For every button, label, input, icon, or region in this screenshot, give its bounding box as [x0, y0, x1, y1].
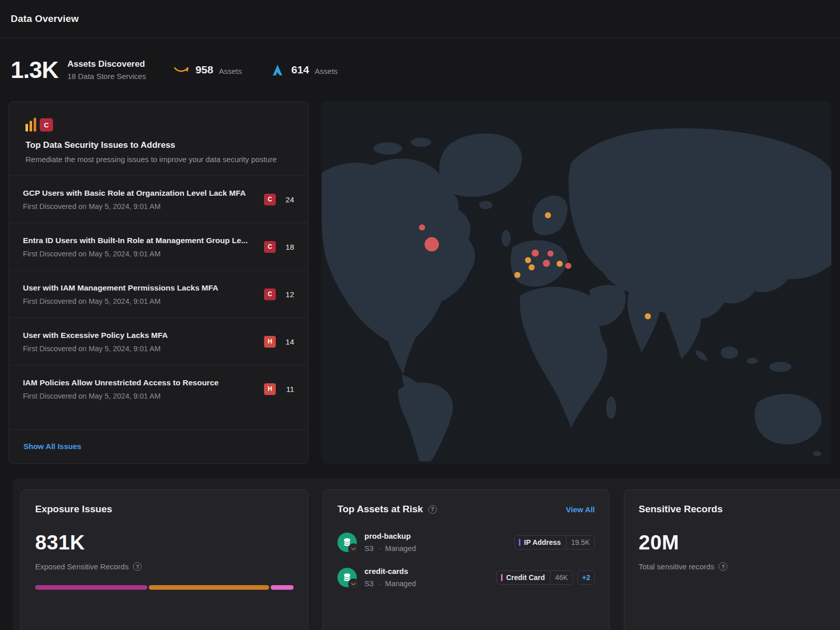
tag-label: Credit Card	[506, 573, 545, 582]
azure-assets-count: 614	[291, 64, 309, 76]
assets-total-value: 1.3K	[11, 56, 58, 84]
data-store-services-label: 18 Data Store Services	[67, 72, 146, 81]
aws-icon	[173, 63, 190, 77]
exposure-bar-segment	[271, 585, 294, 590]
azure-assets-label: Assets	[315, 67, 338, 75]
severity-badge: C	[264, 194, 276, 205]
issue-count: 11	[276, 385, 294, 393]
exposure-bar	[35, 585, 294, 590]
aws-mini-icon	[348, 579, 359, 589]
bottom-metrics-section: Exposure Issues 831K Exposed Sensitive R…	[13, 478, 840, 630]
map-location-dot[interactable]	[425, 237, 439, 251]
map-location-dot[interactable]	[547, 250, 554, 256]
issue-discovered: First Discovered on May 5, 2024, 9:01 AM	[23, 250, 259, 258]
asset-status: Managed	[385, 580, 416, 588]
world-map-svg	[322, 101, 831, 464]
top-assets-at-risk-card: Top Assets at Risk ? View All	[323, 489, 610, 630]
issues-card-subtitle: Remediate the most pressing issues to im…	[25, 155, 293, 164]
map-landmasses	[322, 128, 831, 461]
issues-card-header: C Top Data Security Issues to Address Re…	[9, 102, 308, 175]
asset-row[interactable]: credit-cards S3 · Managed Credit Card 46…	[337, 567, 595, 588]
map-location-dot[interactable]	[543, 259, 550, 267]
help-icon[interactable]: ?	[133, 562, 142, 571]
assets-summary: 1.3K Assets Discovered 18 Data Store Ser…	[11, 39, 338, 101]
exposure-bar-segment	[35, 585, 147, 590]
sensitive-records-card: Sensitive Records 20M Total sensitive re…	[624, 489, 840, 630]
asset-service: S3	[364, 580, 374, 588]
tag-accent-bar	[501, 574, 503, 581]
severity-badge: C	[264, 241, 276, 253]
page-title: Data Overview	[11, 13, 79, 24]
issue-discovered: First Discovered on May 5, 2024, 9:01 AM	[23, 345, 259, 353]
issue-title: GCP Users with Basic Role at Organizatio…	[23, 188, 259, 198]
severity-badge: H	[264, 383, 276, 395]
map-location-dot[interactable]	[529, 264, 535, 270]
exposure-bar-segment	[149, 585, 269, 590]
aws-assets-stat: 958 Assets	[173, 63, 242, 77]
issue-title: Entra ID Users with Built-In Role at Man…	[23, 235, 259, 246]
sensitive-label: Total sensitive records	[639, 562, 714, 571]
issue-row[interactable]: User with Excessive Policy Lacks MFA Fir…	[9, 318, 308, 365]
map-location-dot[interactable]	[565, 262, 571, 269]
aws-assets-label: Assets	[219, 67, 242, 75]
issue-title: IAM Policies Allow Unrestricted Access t…	[23, 378, 259, 388]
map-location-dot[interactable]	[514, 272, 520, 278]
issue-row[interactable]: IAM Policies Allow Unrestricted Access t…	[9, 365, 308, 412]
severity-badge: C	[264, 288, 276, 300]
exposure-label: Exposed Sensitive Records	[35, 562, 128, 571]
asset-name: credit-cards	[364, 567, 416, 575]
asset-locations-map	[322, 101, 831, 464]
datastore-icon	[337, 568, 357, 587]
main-content: C Top Data Security Issues to Address Re…	[9, 101, 831, 464]
top-security-issues-card: C Top Data Security Issues to Address Re…	[9, 101, 308, 464]
critical-badge-icon: C	[40, 118, 53, 132]
issue-count: 12	[276, 290, 294, 299]
datastore-icon	[337, 533, 357, 552]
aws-mini-icon	[348, 543, 359, 554]
help-icon[interactable]: ?	[428, 505, 437, 514]
more-tags-badge[interactable]: +2	[578, 570, 595, 585]
help-icon[interactable]: ?	[719, 562, 727, 571]
asset-row[interactable]: prod-backup S3 · Managed IP Address 19.5…	[337, 532, 595, 553]
map-location-dot[interactable]	[525, 257, 531, 263]
sensitive-data-tag: Credit Card 46K	[496, 570, 573, 585]
azure-assets-stat: 614 Assets	[269, 63, 337, 77]
issue-discovered: First Discovered on May 5, 2024, 9:01 AM	[23, 297, 259, 305]
issue-count: 24	[276, 195, 294, 204]
issue-count: 14	[276, 337, 294, 346]
exposure-card-title: Exposure Issues	[35, 504, 294, 515]
tag-label: IP Address	[524, 538, 561, 546]
sensitive-data-tag: IP Address 19.5K	[514, 535, 595, 549]
map-location-dot[interactable]	[557, 260, 563, 267]
data-overview-page: Data Overview 1.3K Assets Discovered 18 …	[0, 0, 840, 630]
tag-count: 46K	[550, 571, 572, 584]
map-location-dot[interactable]	[645, 313, 651, 320]
issue-count: 18	[276, 243, 294, 251]
exposure-value: 831K	[35, 531, 294, 554]
tag-accent-bar	[519, 539, 520, 546]
issue-row[interactable]: Entra ID Users with Built-In Role at Man…	[9, 223, 308, 270]
map-location-dot[interactable]	[532, 249, 539, 256]
issue-row[interactable]: GCP Users with Basic Role at Organizatio…	[9, 175, 308, 223]
issue-title: User with IAM Management Permissions Lac…	[23, 283, 259, 293]
assets-total-label: Assets Discovered	[67, 59, 146, 69]
show-all-issues-link[interactable]: Show All Issues	[23, 442, 82, 451]
view-all-link[interactable]: View All	[566, 505, 595, 514]
issue-discovered: First Discovered on May 5, 2024, 9:01 AM	[23, 392, 259, 400]
page-header: Data Overview	[0, 0, 840, 38]
tag-count: 19.5K	[566, 536, 594, 549]
top-assets-title: Top Assets at Risk	[337, 504, 423, 515]
sensitive-card-title: Sensitive Records	[639, 504, 840, 515]
map-location-dot[interactable]	[545, 212, 551, 218]
issue-row[interactable]: User with IAM Management Permissions Lac…	[9, 270, 308, 318]
issues-bars-icon	[25, 118, 36, 132]
issue-discovered: First Discovered on May 5, 2024, 9:01 AM	[23, 202, 259, 211]
asset-name: prod-backup	[364, 532, 416, 540]
issue-title: User with Excessive Policy Lacks MFA	[23, 330, 259, 340]
exposure-issues-card: Exposure Issues 831K Exposed Sensitive R…	[20, 489, 308, 630]
map-location-dot[interactable]	[419, 224, 425, 230]
aws-assets-count: 958	[195, 64, 213, 76]
asset-status: Managed	[385, 544, 416, 553]
asset-service: S3	[364, 544, 374, 553]
sensitive-value: 20M	[639, 531, 840, 554]
